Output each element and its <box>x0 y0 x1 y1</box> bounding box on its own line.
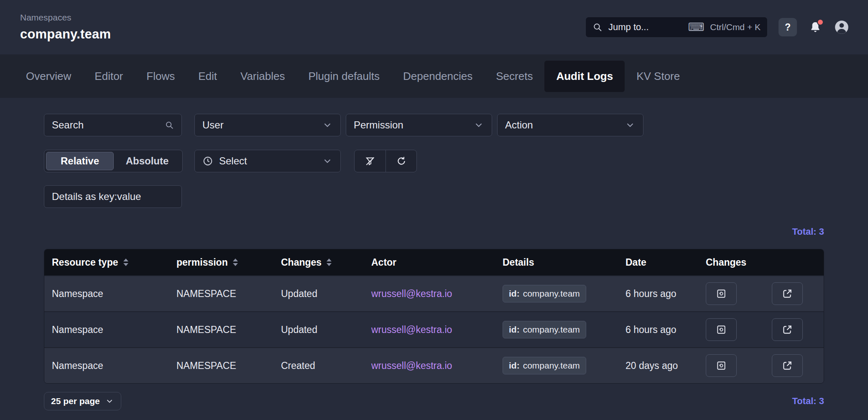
search-input[interactable] <box>52 119 156 131</box>
permission-dropdown[interactable]: Permission <box>346 114 492 136</box>
open-in-new-icon <box>782 324 793 335</box>
app-header: Namespaces company.team Jump to... ⌨ Ctr… <box>0 0 868 54</box>
cell-resource-type: Namespace <box>44 360 169 371</box>
cell-change: Updated <box>273 288 364 300</box>
details-filter-field <box>44 185 182 208</box>
open-resource-button[interactable] <box>772 354 803 377</box>
chevron-down-icon <box>322 120 333 131</box>
audit-logs-page: User Permission Action Relative Absolute <box>0 98 868 410</box>
search-icon <box>592 22 602 32</box>
per-page-label: 25 per page <box>51 396 100 406</box>
table-row: Namespace NAMESPACE Updated wrussell@kes… <box>44 275 824 311</box>
cell-permission: NAMESPACE <box>169 324 273 335</box>
filter-row-3 <box>44 185 824 208</box>
column-header-permission[interactable]: permission <box>169 257 273 268</box>
restore-icon <box>716 324 727 335</box>
cell-resource-type: Namespace <box>44 288 169 300</box>
filter-row-2: Relative Absolute Select <box>44 150 824 172</box>
user-avatar[interactable] <box>834 19 850 35</box>
tab-editor[interactable]: Editor <box>83 61 135 92</box>
filter-actions-group <box>354 150 417 172</box>
user-dropdown[interactable]: User <box>194 114 341 136</box>
chevron-down-icon <box>625 120 636 131</box>
cell-permission: NAMESPACE <box>169 288 273 300</box>
actor-link[interactable]: wrussell@kestra.io <box>371 360 452 371</box>
page-title: company.team <box>20 27 111 42</box>
toggle-relative[interactable]: Relative <box>46 152 114 170</box>
details-badge: id: company.team <box>503 285 586 302</box>
keyboard-icon: ⌨ <box>688 22 704 33</box>
tab-plugin-defaults[interactable]: Plugin defaults <box>296 61 391 92</box>
cell-date: 6 hours ago <box>618 288 698 300</box>
toggle-absolute[interactable]: Absolute <box>114 152 181 170</box>
tab-dependencies[interactable]: Dependencies <box>391 61 484 92</box>
refresh-button[interactable] <box>385 150 416 172</box>
cell-permission: NAMESPACE <box>169 360 273 371</box>
search-field <box>44 114 182 136</box>
column-header-changes-actions: Changes <box>698 257 824 268</box>
audit-logs-table: Resource type permission Changes Actor D… <box>44 249 824 384</box>
tab-kv-store[interactable]: KV Store <box>625 61 692 92</box>
column-header-actor: Actor <box>364 257 495 268</box>
actor-link[interactable]: wrussell@kestra.io <box>371 288 452 300</box>
action-dropdown[interactable]: Action <box>497 114 643 136</box>
tab-edit[interactable]: Edit <box>186 61 229 92</box>
cell-change: Created <box>273 360 364 371</box>
actor-link[interactable]: wrussell@kestra.io <box>371 324 452 335</box>
column-header-date: Date <box>618 257 698 268</box>
chevron-down-icon <box>105 397 114 406</box>
column-header-changes[interactable]: Changes <box>273 257 364 268</box>
column-header-resource-type[interactable]: Resource type <box>44 257 169 268</box>
chevron-down-icon <box>473 120 484 131</box>
clock-icon <box>202 156 213 166</box>
tab-variables[interactable]: Variables <box>229 61 296 92</box>
table-row: Namespace NAMESPACE Updated wrussell@kes… <box>44 311 824 347</box>
cell-date: 6 hours ago <box>618 324 698 335</box>
time-range-dropdown[interactable]: Select <box>194 150 341 172</box>
action-dropdown-label: Action <box>505 119 533 131</box>
search-icon <box>165 120 174 130</box>
restore-icon <box>716 288 727 299</box>
view-changes-button[interactable] <box>706 282 737 305</box>
user-dropdown-label: User <box>202 119 224 131</box>
cell-date: 20 days ago <box>618 360 698 371</box>
chevron-down-icon <box>322 156 333 166</box>
filter-off-icon <box>365 156 375 166</box>
open-resource-button[interactable] <box>772 318 803 341</box>
cell-change: Updated <box>273 324 364 335</box>
open-in-new-icon <box>782 360 793 371</box>
open-resource-button[interactable] <box>772 282 803 305</box>
tab-audit-logs[interactable]: Audit Logs <box>544 61 625 92</box>
permission-dropdown-label: Permission <box>354 119 403 131</box>
total-count-bottom[interactable]: Total: 3 <box>792 396 824 407</box>
per-page-select[interactable]: 25 per page <box>44 392 121 410</box>
avatar-icon <box>834 19 850 35</box>
jump-to-label: Jump to... <box>608 22 682 33</box>
tab-secrets[interactable]: Secrets <box>484 61 544 92</box>
sort-icon <box>233 259 238 266</box>
cell-resource-type: Namespace <box>44 324 169 335</box>
jump-to-search[interactable]: Jump to... ⌨ Ctrl/Cmd + K <box>585 17 768 38</box>
view-changes-button[interactable] <box>706 318 737 341</box>
open-in-new-icon <box>782 288 793 299</box>
tab-flows[interactable]: Flows <box>135 61 186 92</box>
clear-filters-button[interactable] <box>355 150 385 172</box>
restore-icon <box>716 360 727 371</box>
details-filter-input[interactable] <box>52 191 169 202</box>
filter-row-1: User Permission Action <box>44 114 824 136</box>
help-button[interactable]: ? <box>779 18 797 36</box>
sort-icon <box>327 259 332 266</box>
total-count-top[interactable]: Total: 3 <box>792 226 824 237</box>
view-changes-button[interactable] <box>706 354 737 377</box>
table-header-row: Resource type permission Changes Actor D… <box>44 249 824 275</box>
sort-icon <box>123 259 128 266</box>
column-header-details: Details <box>495 257 618 268</box>
table-row: Namespace NAMESPACE Created wrussell@kes… <box>44 347 824 383</box>
table-footer: 25 per page Total: 3 <box>44 392 824 410</box>
breadcrumb[interactable]: Namespaces <box>20 13 111 23</box>
details-badge: id: company.team <box>503 321 586 338</box>
time-range-label: Select <box>219 155 247 167</box>
notifications-button[interactable] <box>808 20 823 35</box>
tab-overview[interactable]: Overview <box>14 61 83 92</box>
details-badge: id: company.team <box>503 357 586 374</box>
